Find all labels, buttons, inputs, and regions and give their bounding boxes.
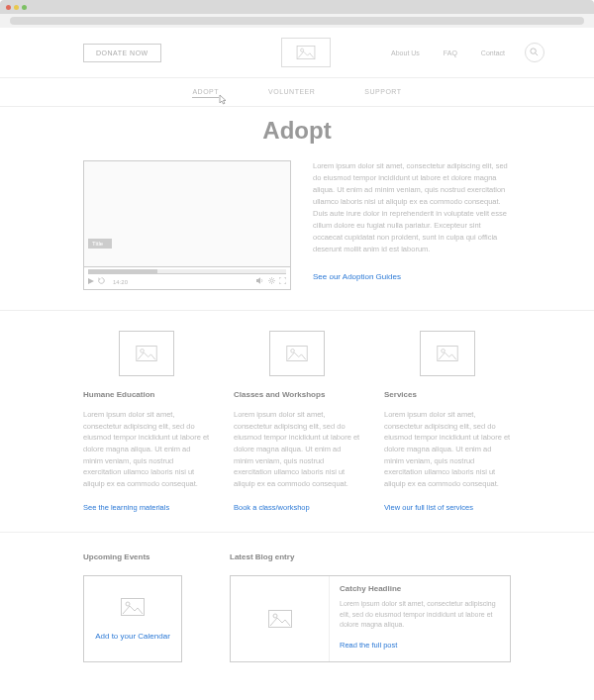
- book-class-link[interactable]: Book a class/workshop: [234, 503, 310, 512]
- play-icon[interactable]: [88, 277, 94, 286]
- svg-rect-0: [297, 46, 315, 58]
- card-title: Services: [384, 390, 511, 399]
- latest-blog: Latest Blog entry Catchy Headline Lorem …: [230, 552, 511, 662]
- learning-materials-link[interactable]: See the learning materials: [83, 503, 169, 512]
- svg-point-12: [126, 602, 130, 606]
- video-progress-bar[interactable]: [88, 269, 286, 274]
- blog-body: Lorem ipsum dolor sit amet, consectetur …: [340, 599, 500, 631]
- image-icon: [268, 610, 292, 628]
- search-icon: [530, 48, 539, 58]
- card-services: Services Lorem ipsum dolor sit amet, con…: [384, 331, 511, 512]
- video-controls: 14:20: [83, 274, 291, 290]
- svg-point-6: [141, 350, 145, 353]
- svg-rect-5: [137, 346, 156, 360]
- svg-point-8: [291, 350, 295, 353]
- video-progress-fill: [88, 269, 157, 273]
- video-player[interactable]: Title 14:20: [83, 160, 291, 290]
- svg-line-3: [536, 52, 539, 55]
- image-icon: [296, 46, 316, 59]
- cursor-icon: [219, 94, 229, 107]
- blog-image-placeholder: [231, 576, 330, 661]
- subnav-support[interactable]: SUPPORT: [364, 88, 401, 98]
- hero-section: Title 14:20 Lo: [0, 160, 594, 310]
- subnav-volunteer[interactable]: VOLUNTEER: [268, 88, 315, 98]
- header: DONATE NOW About Us FAQ Contact: [0, 28, 594, 78]
- blog-headline: Catchy Headline: [340, 584, 500, 593]
- card-body: Lorem ipsum dolor sit amet, consectetur …: [384, 409, 511, 489]
- url-bar: [0, 14, 594, 28]
- card-image-placeholder: [119, 331, 174, 376]
- add-calendar-link[interactable]: Add to your Calendar: [95, 632, 170, 641]
- nav-faq[interactable]: FAQ: [444, 50, 457, 56]
- svg-rect-13: [268, 611, 291, 628]
- window-minimize-dot[interactable]: [14, 5, 19, 10]
- url-input[interactable]: [10, 17, 584, 25]
- hero-body: Lorem ipsum dolor sit amet, consectetur …: [313, 160, 511, 255]
- nav-contact[interactable]: Contact: [481, 50, 505, 56]
- fullscreen-icon[interactable]: [279, 277, 286, 286]
- video-viewport[interactable]: Title: [83, 160, 291, 267]
- adoption-guides-link[interactable]: See our Adoption Guides: [313, 271, 401, 284]
- card-humane-education: Humane Education Lorem ipsum dolor sit a…: [83, 331, 210, 512]
- volume-icon[interactable]: [256, 277, 264, 286]
- nav-about-us[interactable]: About Us: [391, 50, 420, 56]
- cards-section: Humane Education Lorem ipsum dolor sit a…: [0, 310, 594, 533]
- image-icon: [121, 598, 145, 616]
- svg-point-2: [531, 48, 536, 52]
- blog-card: Catchy Headline Lorem ipsum dolor sit am…: [230, 575, 511, 662]
- card-classes-workshops: Classes and Workshops Lorem ipsum dolor …: [234, 331, 360, 512]
- image-icon: [136, 346, 157, 361]
- donate-button[interactable]: DONATE NOW: [83, 44, 161, 62]
- svg-point-1: [300, 49, 303, 51]
- settings-icon[interactable]: [268, 277, 275, 286]
- search-button[interactable]: [525, 43, 544, 62]
- video-title-overlay: Title: [88, 239, 112, 249]
- bottom-section: Upcoming Events Add to your Calendar Lat…: [0, 533, 594, 700]
- logo-placeholder[interactable]: [281, 38, 331, 67]
- card-body: Lorem ipsum dolor sit amet, consectetur …: [234, 409, 360, 489]
- header-right: About Us FAQ Contact: [391, 43, 544, 62]
- page-title: Adopt: [0, 117, 594, 145]
- subnav-adopt-label: ADOPT: [192, 88, 219, 95]
- sub-navigation: ADOPT VOLUNTEER SUPPORT: [0, 78, 594, 107]
- browser-chrome: [0, 0, 594, 14]
- card-body: Lorem ipsum dolor sit amet, consectetur …: [83, 409, 210, 489]
- card-image-placeholder: [420, 331, 475, 376]
- image-icon: [437, 346, 458, 361]
- subnav-adopt[interactable]: ADOPT: [192, 88, 219, 98]
- upcoming-events-title: Upcoming Events: [83, 552, 206, 561]
- svg-rect-7: [287, 346, 307, 360]
- card-title: Humane Education: [83, 390, 210, 399]
- blog-content: Catchy Headline Lorem ipsum dolor sit am…: [330, 576, 510, 661]
- svg-rect-11: [122, 598, 145, 615]
- upcoming-events: Upcoming Events Add to your Calendar: [83, 552, 206, 662]
- read-full-post-link[interactable]: Read the full post: [340, 641, 397, 650]
- hero-text: Lorem ipsum dolor sit amet, consectetur …: [313, 160, 511, 290]
- svg-point-10: [442, 350, 446, 353]
- window-close-dot[interactable]: [6, 5, 11, 10]
- header-nav: About Us FAQ Contact: [391, 50, 505, 56]
- card-title: Classes and Workshops: [234, 390, 360, 399]
- svg-point-14: [273, 614, 277, 618]
- services-list-link[interactable]: View our full list of services: [384, 503, 473, 512]
- video-progress-container: [83, 267, 291, 274]
- window-maximize-dot[interactable]: [22, 5, 27, 10]
- replay-icon[interactable]: [98, 277, 105, 286]
- svg-rect-9: [438, 346, 457, 360]
- video-timecode: 14:20: [113, 279, 128, 285]
- svg-point-4: [270, 279, 273, 282]
- calendar-card[interactable]: Add to your Calendar: [83, 575, 182, 662]
- card-image-placeholder: [269, 331, 325, 376]
- latest-blog-title: Latest Blog entry: [230, 552, 511, 561]
- image-icon: [286, 346, 308, 361]
